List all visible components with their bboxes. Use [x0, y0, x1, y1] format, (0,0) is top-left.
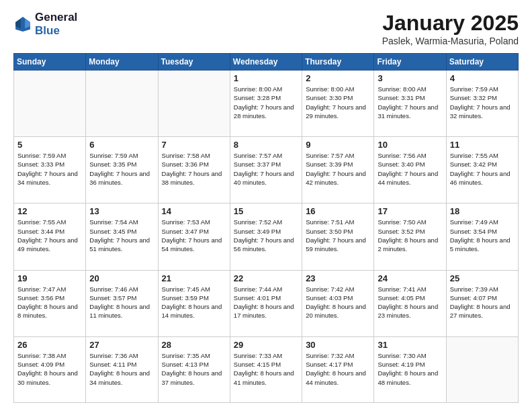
day-info: Sunrise: 7:51 AMSunset: 3:50 PMDaylight:…	[306, 218, 370, 253]
header: General Blue January 2025 Paslek, Warmia…	[13, 11, 519, 46]
table-row: 28Sunrise: 7:35 AMSunset: 4:13 PMDayligh…	[158, 336, 230, 402]
col-sunday: Sunday	[14, 54, 86, 71]
table-row	[158, 71, 230, 137]
table-row: 29Sunrise: 7:33 AMSunset: 4:15 PMDayligh…	[230, 336, 302, 402]
table-row: 23Sunrise: 7:42 AMSunset: 4:03 PMDayligh…	[302, 270, 374, 336]
col-monday: Monday	[86, 54, 158, 71]
day-info: Sunrise: 7:35 AMSunset: 4:13 PMDaylight:…	[162, 351, 226, 387]
day-info: Sunrise: 7:59 AMSunset: 3:32 PMDaylight:…	[450, 85, 515, 120]
table-row: 26Sunrise: 7:38 AMSunset: 4:09 PMDayligh…	[14, 336, 86, 402]
day-info: Sunrise: 7:41 AMSunset: 4:05 PMDaylight:…	[378, 285, 442, 320]
table-row	[86, 71, 158, 137]
table-row: 21Sunrise: 7:45 AMSunset: 3:59 PMDayligh…	[158, 270, 230, 336]
col-tuesday: Tuesday	[158, 54, 230, 71]
table-row: 14Sunrise: 7:53 AMSunset: 3:47 PMDayligh…	[158, 203, 230, 270]
logo-text: General Blue	[35, 11, 77, 38]
col-thursday: Thursday	[302, 54, 374, 71]
day-info: Sunrise: 7:33 AMSunset: 4:15 PMDaylight:…	[234, 351, 298, 387]
day-info: Sunrise: 7:57 AMSunset: 3:39 PMDaylight:…	[306, 151, 370, 187]
table-row: 16Sunrise: 7:51 AMSunset: 3:50 PMDayligh…	[302, 203, 374, 270]
day-info: Sunrise: 7:30 AMSunset: 4:19 PMDaylight:…	[378, 351, 442, 387]
day-number: 31	[378, 340, 442, 350]
day-number: 15	[234, 206, 298, 216]
day-info: Sunrise: 7:38 AMSunset: 4:09 PMDaylight:…	[17, 351, 82, 387]
day-info: Sunrise: 7:32 AMSunset: 4:17 PMDaylight:…	[306, 351, 370, 387]
table-row: 6Sunrise: 7:59 AMSunset: 3:35 PMDaylight…	[86, 137, 158, 203]
day-number: 24	[378, 273, 442, 283]
logo: General Blue	[13, 11, 77, 38]
calendar-week-row: 5Sunrise: 7:59 AMSunset: 3:33 PMDaylight…	[14, 137, 519, 203]
calendar-week-row: 26Sunrise: 7:38 AMSunset: 4:09 PMDayligh…	[14, 336, 519, 402]
day-info: Sunrise: 7:58 AMSunset: 3:36 PMDaylight:…	[162, 151, 226, 187]
table-row: 20Sunrise: 7:46 AMSunset: 3:57 PMDayligh…	[86, 270, 158, 336]
table-row: 13Sunrise: 7:54 AMSunset: 3:45 PMDayligh…	[86, 203, 158, 270]
day-number: 27	[89, 340, 154, 350]
day-number: 18	[450, 206, 515, 216]
table-row: 25Sunrise: 7:39 AMSunset: 4:07 PMDayligh…	[446, 270, 518, 336]
day-number: 30	[306, 340, 370, 350]
table-row: 19Sunrise: 7:47 AMSunset: 3:56 PMDayligh…	[14, 270, 86, 336]
table-row: 30Sunrise: 7:32 AMSunset: 4:17 PMDayligh…	[302, 336, 374, 402]
table-row	[14, 71, 86, 137]
day-info: Sunrise: 7:55 AMSunset: 3:42 PMDaylight:…	[450, 151, 515, 187]
day-info: Sunrise: 7:54 AMSunset: 3:45 PMDaylight:…	[89, 218, 154, 253]
day-number: 16	[306, 206, 370, 216]
day-info: Sunrise: 7:44 AMSunset: 4:01 PMDaylight:…	[234, 285, 298, 320]
day-number: 20	[89, 273, 154, 283]
table-row: 15Sunrise: 7:52 AMSunset: 3:49 PMDayligh…	[230, 203, 302, 270]
day-number: 17	[378, 206, 442, 216]
day-info: Sunrise: 7:59 AMSunset: 3:35 PMDaylight:…	[89, 151, 154, 187]
table-row: 1Sunrise: 8:00 AMSunset: 3:28 PMDaylight…	[230, 71, 302, 137]
table-row: 12Sunrise: 7:55 AMSunset: 3:44 PMDayligh…	[14, 203, 86, 270]
day-info: Sunrise: 7:56 AMSunset: 3:40 PMDaylight:…	[378, 151, 442, 187]
table-row: 7Sunrise: 7:58 AMSunset: 3:36 PMDaylight…	[158, 137, 230, 203]
day-number: 11	[450, 140, 515, 150]
day-number: 12	[17, 206, 82, 216]
day-info: Sunrise: 7:53 AMSunset: 3:47 PMDaylight:…	[162, 218, 226, 253]
day-info: Sunrise: 7:47 AMSunset: 3:56 PMDaylight:…	[17, 285, 82, 320]
logo-icon	[13, 15, 32, 34]
table-row: 9Sunrise: 7:57 AMSunset: 3:39 PMDaylight…	[302, 137, 374, 203]
day-number: 2	[306, 73, 370, 83]
day-number: 9	[306, 140, 370, 150]
page: General Blue January 2025 Paslek, Warmia…	[0, 0, 532, 411]
day-number: 22	[234, 273, 298, 283]
day-number: 28	[162, 340, 226, 350]
day-number: 13	[89, 206, 154, 216]
day-info: Sunrise: 7:46 AMSunset: 3:57 PMDaylight:…	[89, 285, 154, 320]
day-info: Sunrise: 7:50 AMSunset: 3:52 PMDaylight:…	[378, 218, 442, 253]
day-number: 21	[162, 273, 226, 283]
day-number: 23	[306, 273, 370, 283]
col-wednesday: Wednesday	[230, 54, 302, 71]
table-row: 3Sunrise: 8:00 AMSunset: 3:31 PMDaylight…	[374, 71, 446, 137]
day-number: 7	[162, 140, 226, 150]
table-row: 31Sunrise: 7:30 AMSunset: 4:19 PMDayligh…	[374, 336, 446, 402]
title-block: January 2025 Paslek, Warmia-Masuria, Pol…	[382, 11, 519, 46]
day-info: Sunrise: 8:00 AMSunset: 3:30 PMDaylight:…	[306, 85, 370, 120]
table-row: 22Sunrise: 7:44 AMSunset: 4:01 PMDayligh…	[230, 270, 302, 336]
calendar-table: Sunday Monday Tuesday Wednesday Thursday…	[13, 53, 519, 403]
col-saturday: Saturday	[446, 54, 518, 71]
location: Paslek, Warmia-Masuria, Poland	[382, 36, 519, 46]
day-info: Sunrise: 7:49 AMSunset: 3:54 PMDaylight:…	[450, 218, 515, 253]
table-row: 8Sunrise: 7:57 AMSunset: 3:37 PMDaylight…	[230, 137, 302, 203]
day-number: 3	[378, 73, 442, 83]
day-number: 10	[378, 140, 442, 150]
day-info: Sunrise: 7:45 AMSunset: 3:59 PMDaylight:…	[162, 285, 226, 320]
day-number: 14	[162, 206, 226, 216]
table-row: 2Sunrise: 8:00 AMSunset: 3:30 PMDaylight…	[302, 71, 374, 137]
day-number: 26	[17, 340, 82, 350]
day-info: Sunrise: 7:55 AMSunset: 3:44 PMDaylight:…	[17, 218, 82, 253]
day-info: Sunrise: 8:00 AMSunset: 3:31 PMDaylight:…	[378, 85, 442, 120]
day-info: Sunrise: 7:52 AMSunset: 3:49 PMDaylight:…	[234, 218, 298, 253]
table-row	[446, 336, 518, 402]
table-row: 10Sunrise: 7:56 AMSunset: 3:40 PMDayligh…	[374, 137, 446, 203]
day-number: 29	[234, 340, 298, 350]
day-number: 8	[234, 140, 298, 150]
table-row: 5Sunrise: 7:59 AMSunset: 3:33 PMDaylight…	[14, 137, 86, 203]
day-info: Sunrise: 7:36 AMSunset: 4:11 PMDaylight:…	[89, 351, 154, 387]
day-info: Sunrise: 7:39 AMSunset: 4:07 PMDaylight:…	[450, 285, 515, 320]
calendar-header-row: Sunday Monday Tuesday Wednesday Thursday…	[14, 54, 519, 71]
day-number: 25	[450, 273, 515, 283]
day-info: Sunrise: 7:59 AMSunset: 3:33 PMDaylight:…	[17, 151, 82, 187]
